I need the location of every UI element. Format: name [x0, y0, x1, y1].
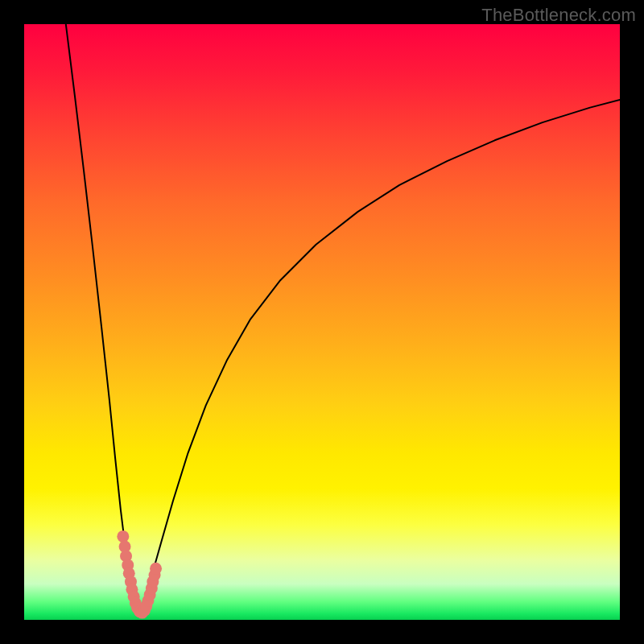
marker-dot	[150, 563, 162, 575]
bottleneck-curve	[66, 24, 620, 614]
series-left-branch	[66, 24, 138, 614]
plot-area	[24, 24, 620, 620]
data-point-markers	[117, 530, 162, 619]
marker-dot	[117, 530, 129, 543]
series-right-branch	[138, 100, 620, 614]
curve-layer	[24, 24, 620, 620]
watermark-text: TheBottleneck.com	[481, 5, 636, 26]
outer-frame: TheBottleneck.com	[0, 0, 644, 644]
